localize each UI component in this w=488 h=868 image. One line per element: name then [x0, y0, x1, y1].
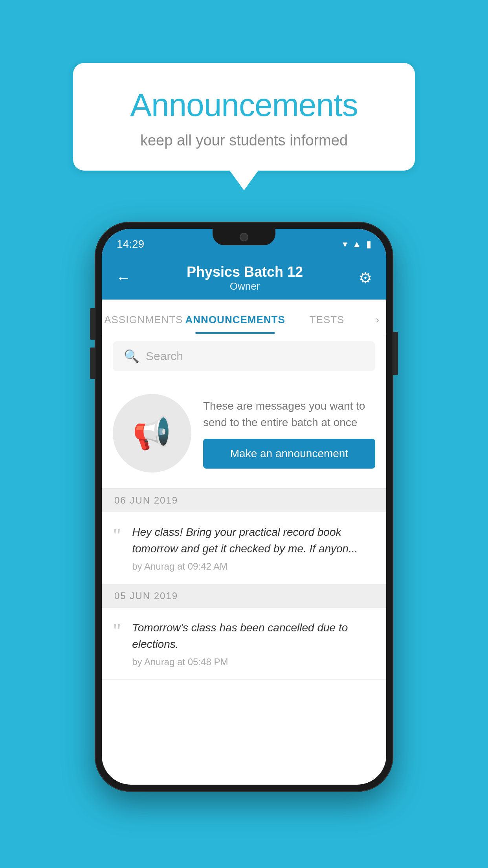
search-placeholder: Search — [146, 349, 183, 363]
status-icons: ▾ ▲ ▮ — [343, 239, 371, 250]
phone-notch — [213, 229, 275, 245]
search-box[interactable]: 🔍 Search — [113, 341, 375, 371]
header-title: Physics Batch 12 — [131, 264, 359, 280]
quote-icon-2: " — [113, 621, 121, 642]
date-separator-1: 06 JUN 2019 — [102, 489, 386, 512]
date-separator-2: 05 JUN 2019 — [102, 584, 386, 608]
speech-bubble-subtitle: keep all your students informed — [101, 132, 387, 149]
speech-bubble-title: Announcements — [101, 86, 387, 123]
volume-down-button — [90, 348, 95, 379]
phone-camera — [240, 233, 248, 241]
promo-right: These are messages you want to send to t… — [203, 398, 375, 469]
phone-mockup: 14:29 ▾ ▲ ▮ ← Physics Batch 12 Owner ⚙ A… — [95, 222, 393, 792]
promo-section: 📢 These are messages you want to send to… — [102, 378, 386, 489]
search-icon: 🔍 — [124, 349, 139, 364]
announcement-message-2: Tomorrow's class has been cancelled due … — [132, 620, 375, 653]
app-header: ← Physics Batch 12 Owner ⚙ — [102, 256, 386, 300]
phone-screen: 14:29 ▾ ▲ ▮ ← Physics Batch 12 Owner ⚙ A… — [102, 229, 386, 785]
tabs-bar: ASSIGNMENTS ANNOUNCEMENTS TESTS › — [102, 300, 386, 334]
megaphone-circle: 📢 — [113, 394, 191, 473]
tab-assignments[interactable]: ASSIGNMENTS — [102, 314, 185, 334]
announcement-item-1: " Hey class! Bring your practical record… — [102, 512, 386, 584]
tab-tests[interactable]: TESTS — [285, 314, 369, 334]
quote-icon-1: " — [113, 526, 121, 546]
announcement-content-2: Tomorrow's class has been cancelled due … — [132, 620, 375, 668]
back-button[interactable]: ← — [116, 270, 131, 287]
promo-description: These are messages you want to send to t… — [203, 398, 375, 431]
phone-outer: 14:29 ▾ ▲ ▮ ← Physics Batch 12 Owner ⚙ A… — [95, 222, 393, 792]
header-center: Physics Batch 12 Owner — [131, 264, 359, 292]
make-announcement-button[interactable]: Make an announcement — [203, 439, 375, 469]
settings-button[interactable]: ⚙ — [359, 269, 372, 287]
wifi-icon: ▾ — [343, 239, 347, 250]
power-button — [393, 332, 398, 375]
battery-icon: ▮ — [366, 239, 371, 250]
tab-more[interactable]: › — [369, 314, 386, 334]
announcement-meta-2: by Anurag at 05:48 PM — [132, 657, 375, 668]
announcement-meta-1: by Anurag at 09:42 AM — [132, 561, 375, 572]
search-container: 🔍 Search — [102, 334, 386, 378]
volume-up-button — [90, 308, 95, 340]
header-subtitle: Owner — [131, 280, 359, 292]
status-time: 14:29 — [117, 238, 144, 250]
megaphone-icon: 📢 — [132, 415, 172, 452]
announcement-item-2: " Tomorrow's class has been cancelled du… — [102, 608, 386, 680]
signal-icon: ▲ — [352, 239, 361, 250]
announcement-content-1: Hey class! Bring your practical record b… — [132, 524, 375, 572]
speech-bubble-card: Announcements keep all your students inf… — [73, 63, 415, 171]
tab-announcements[interactable]: ANNOUNCEMENTS — [185, 314, 285, 334]
announcement-message-1: Hey class! Bring your practical record b… — [132, 524, 375, 557]
